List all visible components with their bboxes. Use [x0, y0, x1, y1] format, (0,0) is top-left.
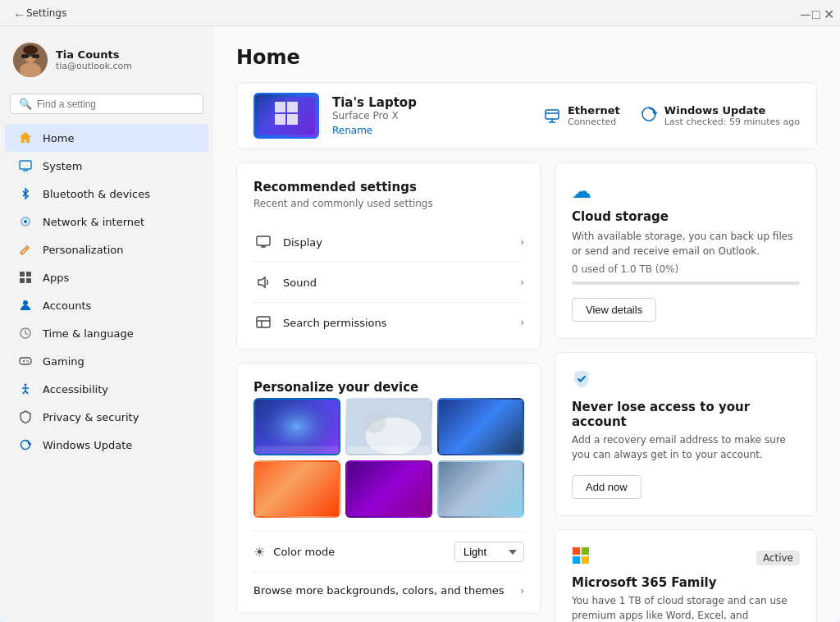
update-text: Windows Update Last checked: 59 minutes …: [664, 104, 800, 127]
sidebar-item-system[interactable]: System: [5, 152, 208, 180]
time-nav-icon: [18, 326, 33, 341]
ethernet-status: Ethernet Connected: [543, 104, 620, 127]
wallpaper-wp4[interactable]: [253, 460, 340, 518]
wallpaper-wp6[interactable]: [437, 460, 524, 518]
avatar: [13, 43, 48, 77]
sidebar-item-privacy[interactable]: Privacy & security: [5, 403, 208, 431]
svg-marker-40: [258, 277, 265, 287]
search-input[interactable]: [37, 98, 194, 110]
svg-rect-31: [287, 114, 298, 125]
device-info: Tia's Laptop Surface Pro X Rename: [332, 95, 530, 137]
window-title: Settings: [26, 7, 66, 19]
svg-rect-30: [275, 114, 285, 125]
browse-themes-chevron: ›: [520, 585, 524, 597]
search-setting-label: Search permissions: [283, 317, 387, 329]
network-nav-icon: [18, 214, 33, 229]
svg-point-20: [26, 360, 28, 362]
browse-themes-row[interactable]: Browse more backgrounds, colors, and the…: [253, 573, 524, 597]
recommended-subtitle: Recent and commonly used settings: [253, 198, 524, 209]
browse-themes-label: Browse more backgrounds, colors, and the…: [253, 584, 504, 597]
user-name: Tia Counts: [56, 48, 132, 61]
device-status: Ethernet Connected Windows Update: [543, 104, 800, 127]
update-label: Windows Update: [664, 104, 800, 117]
cloud-title: Cloud storage: [572, 209, 800, 224]
storage-text: 0 used of 1.0 TB (0%): [572, 263, 800, 275]
account-description: Add a recovery email address to make sur…: [572, 432, 800, 462]
user-email: tia@outlook.com: [56, 61, 132, 71]
ethernet-sublabel: Connected: [568, 117, 620, 127]
svg-rect-28: [275, 102, 285, 112]
svg-line-26: [25, 391, 28, 394]
shield-icon: [572, 369, 800, 393]
svg-rect-3: [21, 54, 29, 58]
minimize-button[interactable]: ─: [797, 8, 807, 18]
color-mode-icon: ☀️: [253, 544, 265, 560]
sound-setting-icon: [253, 272, 273, 292]
sidebar-item-personalization[interactable]: Personalization: [5, 236, 208, 263]
sidebar-item-label-network: Network & internet: [43, 216, 144, 228]
svg-rect-51: [582, 547, 589, 555]
cloud-description: With available storage, you can back up …: [572, 229, 800, 258]
sidebar-item-bluetooth[interactable]: Bluetooth & devices: [5, 180, 208, 208]
m365-header: Active: [572, 547, 800, 569]
wallpaper-wp1[interactable]: [253, 398, 340, 455]
svg-point-15: [23, 300, 28, 305]
recommended-settings-card: Recommended settings Recent and commonly…: [236, 162, 541, 350]
device-name: Tia's Laptop: [332, 95, 530, 110]
sidebar-item-label-gaming: Gaming: [43, 355, 84, 368]
maximize-button[interactable]: □: [809, 8, 819, 18]
ethernet-text: Ethernet Connected: [568, 104, 620, 127]
search-chevron: ›: [520, 317, 524, 328]
sidebar-item-label-time: Time & language: [43, 327, 134, 340]
sidebar-item-home[interactable]: Home: [5, 124, 208, 152]
setting-row-display[interactable]: Display ›: [253, 222, 524, 263]
user-info: Tia Counts tia@outlook.com: [56, 48, 132, 71]
svg-rect-11: [20, 272, 25, 277]
sidebar-item-label-home: Home: [43, 132, 74, 144]
close-button[interactable]: ✕: [820, 8, 830, 18]
storage-bar: [572, 281, 800, 285]
home-nav-icon: [18, 130, 33, 145]
sidebar-item-time[interactable]: Time & language: [5, 319, 208, 347]
wallpaper-grid: [253, 398, 524, 518]
sidebar-item-gaming[interactable]: Gaming: [5, 347, 208, 375]
add-now-button[interactable]: Add now: [572, 475, 641, 499]
windows-update-icon: [640, 105, 658, 126]
sidebar-item-apps[interactable]: Apps: [5, 263, 208, 291]
setting-row-sound[interactable]: Sound ›: [253, 263, 524, 303]
rename-link[interactable]: Rename: [332, 125, 372, 136]
wallpaper-wp3[interactable]: [437, 398, 524, 455]
sidebar-item-label-update: Windows Update: [43, 439, 132, 451]
color-mode-left: ☀️ Color mode: [253, 544, 335, 560]
sidebar-item-accounts[interactable]: Accounts: [5, 291, 208, 319]
svg-rect-32: [546, 110, 559, 119]
svg-rect-41: [257, 317, 270, 327]
svg-rect-53: [582, 556, 589, 564]
search-box[interactable]: 🔍: [10, 94, 203, 114]
view-details-button[interactable]: View details: [572, 298, 656, 322]
svg-rect-44: [255, 400, 339, 454]
svg-rect-45: [255, 446, 339, 454]
color-mode-select[interactable]: LightDarkCustom: [454, 542, 524, 562]
svg-rect-17: [20, 358, 31, 364]
back-button[interactable]: ←: [10, 8, 20, 18]
sidebar: Tia Counts tia@outlook.com 🔍 Home System…: [0, 26, 213, 622]
accounts-nav-icon: [18, 298, 33, 313]
wallpaper-wp2[interactable]: [345, 398, 432, 455]
user-profile: Tia Counts tia@outlook.com: [0, 33, 213, 90]
personalize-title: Personalize your device: [253, 380, 524, 395]
sidebar-item-update[interactable]: Windows Update: [5, 431, 208, 459]
accessibility-nav-icon: [18, 382, 33, 396]
sidebar-item-label-accessibility: Accessibility: [43, 383, 108, 396]
sidebar-item-network[interactable]: Network & internet: [5, 208, 208, 236]
left-column: Recommended settings Recent and commonly…: [236, 162, 541, 622]
svg-line-10: [25, 248, 27, 249]
setting-row-search[interactable]: Search permissions ›: [253, 303, 524, 332]
sidebar-item-label-bluetooth: Bluetooth & devices: [43, 188, 150, 200]
wallpaper-wp5[interactable]: [345, 460, 432, 518]
ethernet-label: Ethernet: [568, 104, 620, 117]
display-setting-label: Display: [283, 236, 322, 249]
sidebar-item-accessibility[interactable]: Accessibility: [5, 375, 208, 403]
svg-rect-13: [20, 278, 25, 283]
search-icon: 🔍: [19, 98, 32, 110]
